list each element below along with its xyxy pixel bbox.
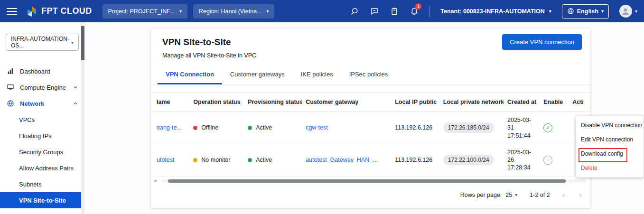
tab-ike-policies[interactable]: IKE policies — [293, 65, 341, 84]
fpt-cloud-logo: FPT CLOUD — [26, 5, 92, 18]
rows-per-page-label: Rows per page: — [460, 192, 502, 198]
avatar — [619, 5, 632, 18]
status-dot-active-icon — [248, 158, 252, 162]
create-vpn-connection-button[interactable]: Create VPN connection — [502, 34, 582, 50]
next-page-icon[interactable]: › — [579, 190, 582, 200]
local-private-network-chip: 172.22.100.0/24 — [443, 155, 494, 165]
sidebar-item-dashboard[interactable]: Dashboard — [0, 63, 84, 79]
chevron-down-icon: ▾ — [71, 40, 74, 45]
provisioning-status-label: Active — [256, 124, 272, 131]
local-private-network-chip: 172.26.185.0/24 — [443, 122, 494, 133]
sidebar-scrollbar-thumb[interactable] — [81, 26, 84, 60]
customer-gateway-link[interactable]: autotest_Gateway_HAN_... — [306, 157, 377, 163]
vpn-card: VPN Site-to-Site Manage all VPN Site-to-… — [151, 28, 590, 208]
menu-item-download-config[interactable]: Download config — [576, 147, 644, 161]
workspace-select[interactable]: INFRA-AUTOMATION-OS... ▾ — [6, 34, 79, 51]
rows-per-page: Rows per page: 25 ▾ — [460, 192, 518, 198]
workspace-select-value: INFRA-AUTOMATION-OS... — [11, 36, 71, 49]
sidebar-item-label: Security Groups — [19, 149, 63, 156]
created-at: 2025-03-26 17:28:34 — [507, 149, 536, 172]
globe-icon — [7, 100, 14, 107]
menu-item-edit-vpn-connection[interactable]: Edit VPN connection — [576, 132, 644, 147]
col-name: lame — [151, 93, 189, 112]
pagination-controls: ‹ › — [562, 190, 582, 200]
operation-status-label: Offline — [201, 124, 218, 131]
disabled-icon[interactable]: − — [543, 156, 552, 165]
bar-chart-icon — [7, 67, 14, 75]
region-selector[interactable]: Region: Hanoi (Vietna... ▾ — [193, 4, 275, 19]
sidebar-item-allow-address-pairs[interactable]: Allow Address Pairs — [0, 160, 84, 176]
scroll-left-arrow-icon[interactable]: ◂ — [154, 177, 157, 184]
col-enable: Enable — [540, 93, 569, 112]
globe-icon — [567, 8, 574, 15]
tab-customer-gateways[interactable]: Customer gateways — [222, 65, 293, 84]
monitor-icon — [7, 84, 14, 91]
sidebar-item-vpn-site-to-site[interactable]: VPN Site-to-Site — [0, 192, 84, 208]
pagination: Rows per page: 25 ▾ 1-2 of 2 ‹ › — [151, 183, 590, 208]
sidebar-item-label: Network — [20, 100, 44, 107]
topbar-divider — [429, 6, 430, 17]
project-selector-label: Project: PROJECT_INF... — [108, 8, 175, 15]
user-menu[interactable]: ▾ — [619, 5, 637, 18]
main-content: VPN Site-to-Site Manage all VPN Site-to-… — [84, 22, 644, 214]
search-icon[interactable] — [350, 7, 359, 16]
horizontal-scrollbar-thumb[interactable] — [168, 179, 566, 183]
table-header-row: lame Operation status Provisioning statu… — [151, 93, 590, 112]
previous-page-icon[interactable]: ‹ — [562, 190, 565, 200]
notification-bell-icon[interactable]: 1 — [410, 7, 419, 16]
vpn-table-wrap: lame Operation status Provisioning statu… — [151, 92, 590, 208]
sidebar-item-compute-engine[interactable]: Compute Engine — [0, 79, 84, 95]
language-label: English — [577, 8, 598, 15]
tenant-label: Tenant: 000823-INFRA-AUTOMATION — [440, 8, 544, 15]
local-ip-public: 113.192.6.126 — [395, 124, 432, 131]
provisioning-status: Active — [248, 157, 298, 163]
sidebar-item-security-groups[interactable]: Security Groups — [0, 144, 84, 160]
sidebar-item-vpcs[interactable]: VPCs — [0, 112, 84, 128]
status-dot-active-icon — [248, 126, 252, 130]
card-header: VPN Site-to-Site Manage all VPN Site-to-… — [151, 28, 590, 59]
sidebar-item-subnets[interactable]: Subnets — [0, 176, 84, 192]
provisioning-status-label: Active — [256, 157, 272, 163]
chevron-up-icon — [73, 100, 78, 107]
vpn-name-link[interactable]: utotest — [157, 157, 175, 163]
col-customer-gateway: Customer gateway — [302, 93, 391, 112]
sidebar-item-floating-ips[interactable]: Floating IPs — [0, 128, 84, 144]
notification-badge: 1 — [415, 3, 422, 10]
page-subtitle: Manage all VPN Site-to-Site in VPC — [162, 52, 579, 59]
chevron-down-icon: ▾ — [266, 9, 269, 14]
table-row: oang-te... Offline Active — [151, 112, 590, 144]
sidebar-menu: Dashboard Compute Engine Network — [0, 63, 84, 208]
region-selector-label: Region: Hanoi (Vietna... — [199, 8, 262, 15]
rows-per-page-select[interactable]: 25 ▾ — [505, 192, 517, 198]
menu-item-delete[interactable]: Delete — [576, 161, 644, 175]
language-selector[interactable]: English ▾ — [562, 4, 609, 19]
operation-status-label: No monitor — [201, 157, 230, 163]
menu-item-disable-vpn-connection[interactable]: Disable VPN connection — [576, 118, 644, 132]
tab-ipsec-policies[interactable]: IPSec policies — [341, 65, 396, 84]
sidebar-item-label: VPN Site-to-Site — [19, 197, 66, 204]
chevron-down-icon — [73, 84, 78, 91]
logo-text: FPT CLOUD — [41, 6, 92, 16]
status-dot-no-monitor-icon — [193, 158, 197, 162]
hamburger-menu-icon[interactable] — [7, 8, 17, 15]
enabled-icon[interactable]: ✓ — [543, 123, 552, 132]
horizontal-scrollbar: ◂ — [154, 179, 587, 183]
vpn-name-link[interactable]: oang-te... — [157, 124, 182, 131]
chevron-down-icon: ▾ — [515, 192, 517, 197]
clipboard-icon[interactable] — [390, 7, 399, 16]
sidebar-item-label: Subnets — [19, 181, 42, 188]
shell: INFRA-AUTOMATION-OS... ▾ Dashboard Compu… — [0, 22, 644, 214]
status-dot-offline-icon — [193, 126, 197, 130]
customer-gateway-link[interactable]: cgw-test — [306, 124, 328, 131]
project-selector[interactable]: Project: PROJECT_INF... ▾ — [103, 4, 187, 19]
feedback-icon[interactable] — [370, 7, 379, 16]
sidebar-item-network[interactable]: Network — [0, 95, 84, 112]
tenant-selector[interactable]: Tenant: 000823-INFRA-AUTOMATION ▾ — [440, 8, 551, 15]
sidebar: INFRA-AUTOMATION-OS... ▾ Dashboard Compu… — [0, 22, 84, 214]
rows-per-page-value: 25 — [505, 192, 512, 198]
col-operation-status: Operation status — [189, 93, 244, 112]
tab-vpn-connection[interactable]: VPN Connection — [158, 65, 222, 84]
table-row: utotest No monitor Active — [151, 144, 590, 176]
chevron-down-icon: ▾ — [549, 9, 551, 14]
provisioning-status: Active — [248, 124, 298, 131]
